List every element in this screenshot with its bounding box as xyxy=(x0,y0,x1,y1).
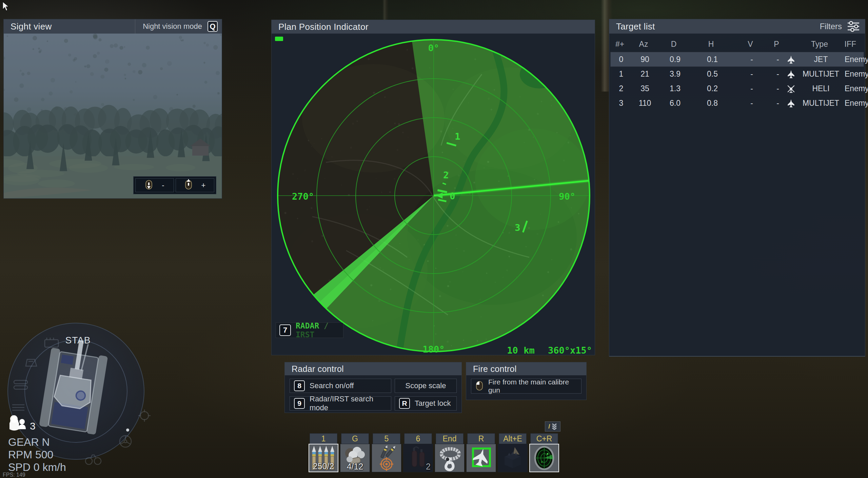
hotbar-slot-air-target-lock[interactable]: R xyxy=(466,433,496,472)
radar-control-button-radar-irst-search-mode[interactable]: 9Radar/IRST search mode xyxy=(290,396,391,411)
mouse-scroll-up-icon xyxy=(184,179,193,192)
radar-mode-button[interactable]: 7 RADAR / IRST xyxy=(276,322,343,338)
cell-h: 0.2 xyxy=(692,84,733,93)
cell-num: 1 xyxy=(611,69,632,79)
chevrons-down-icon xyxy=(552,423,557,430)
air-target-lock-icon xyxy=(466,444,496,472)
hotbar-slot-tow-hook[interactable]: End xyxy=(435,433,465,472)
key-badge: 9 xyxy=(294,398,305,409)
cell-type: MULTIJET xyxy=(797,69,845,79)
radar-scope-view: 0°90°180°270°10 km360°x15°0123 xyxy=(272,34,595,355)
cell-h: 0.1 xyxy=(692,55,733,64)
col-p: P xyxy=(769,40,784,49)
filters-button[interactable]: Filters xyxy=(820,21,865,32)
ppi-header: Plan Position Indicator xyxy=(272,20,595,34)
weapon-hotbar: 1250/2G4/12562EndRAlt+EC+R xyxy=(309,433,559,472)
cell-num: 0 xyxy=(611,55,632,64)
target-list-title: Target list xyxy=(616,21,655,32)
binoculars-icon xyxy=(84,453,102,468)
vehicle-telemetry: GEAR N RPM 500 SPD 0 km/h xyxy=(8,436,66,474)
filters-label: Filters xyxy=(820,22,842,31)
cell-d: 1.3 xyxy=(658,84,692,93)
cell-v: - xyxy=(733,84,771,93)
ammo-crate-icon xyxy=(498,444,528,472)
radar-control-title: Radar control xyxy=(292,364,344,374)
zoom-out-button[interactable]: - xyxy=(135,178,174,192)
extinguisher-icon: 2 xyxy=(403,444,433,472)
hotbar-slot-ap-shells[interactable]: 1250/2 xyxy=(309,433,338,472)
svg-text:0: 0 xyxy=(450,191,455,201)
night-vision-label: Night vision mode xyxy=(143,22,202,31)
target-row[interactable]: 2351.30.2--HELIEnemy xyxy=(611,81,864,96)
cell-iff: Enemy xyxy=(845,84,868,93)
col-h: H xyxy=(691,40,731,49)
cell-d: 0.9 xyxy=(658,55,692,64)
sight-view-panel: Sight view Night vision mode Q - + xyxy=(3,19,222,199)
target-row[interactable]: 31106.00.8--MULTIJETEnemy xyxy=(611,96,864,110)
cell-d: 6.0 xyxy=(658,99,692,108)
fps-counter: FPS: 149 xyxy=(3,472,25,478)
hotbar-key: End xyxy=(436,433,463,444)
sight-zoom-controls: - + xyxy=(133,176,216,194)
fire-main-gun-label: Fire from the main calibre gun xyxy=(488,378,577,394)
hotbar-slot-ammo-crate[interactable]: Alt+E xyxy=(498,433,528,472)
target-row[interactable]: 0900.90.1--JETEnemy xyxy=(611,52,864,66)
button-label: Scope scale xyxy=(406,381,446,390)
hotbar-collapse-hint: / xyxy=(548,423,550,430)
ammo-count: 2 xyxy=(403,462,431,472)
cell-p: - xyxy=(771,84,785,93)
cell-d: 3.9 xyxy=(658,69,692,79)
cell-num: 3 xyxy=(611,99,632,108)
hotbar-collapse-button[interactable]: / xyxy=(545,421,560,432)
hotbar-key: 5 xyxy=(373,433,400,444)
zoom-in-label: + xyxy=(201,181,206,190)
key-badge: R xyxy=(399,398,410,409)
ap-shells-icon: 250/2 xyxy=(309,444,338,472)
fire-control-panel: Fire control Fire from the main calibre … xyxy=(466,362,587,400)
heli-icon xyxy=(785,84,797,93)
cell-az: 90 xyxy=(632,55,658,64)
radar-control-button-target-lock[interactable]: RTarget lock xyxy=(395,396,457,411)
hotbar-key: Alt+E xyxy=(499,433,527,444)
background-tree-trunk xyxy=(382,0,389,20)
target-row[interactable]: 1213.90.5--MULTIJETEnemy xyxy=(611,67,864,81)
radar-control-panel: Radar control 8Search on/offScope scale9… xyxy=(284,362,462,413)
hotbar-slot-radar-scope[interactable]: C+R xyxy=(529,433,559,472)
cell-iff: Enemy xyxy=(845,55,868,64)
cell-iff: Enemy xyxy=(845,69,868,79)
radar-display: 0°90°180°270°10 km360°x15°0123 7 RADAR /… xyxy=(272,34,595,355)
hotbar-slot-smoke-grenade[interactable]: G4/12 xyxy=(340,433,370,472)
cell-num: 2 xyxy=(611,84,632,93)
hotbar-slot-rockets[interactable]: 5 xyxy=(372,433,401,472)
button-label: Search on/off xyxy=(310,381,354,390)
cell-h: 0.5 xyxy=(692,69,733,79)
crosshair-icon xyxy=(138,409,151,424)
hotbar-slot-extinguisher[interactable]: 62 xyxy=(403,433,433,472)
radar-control-button-scope-scale[interactable]: Scope scale xyxy=(395,379,457,393)
ppi-panel: Plan Position Indicator 0°90°180°270°10 … xyxy=(271,20,595,355)
radar-scan-label: 360°x15° xyxy=(548,345,592,355)
mouse-scroll-down-icon xyxy=(145,179,153,192)
status-dot xyxy=(126,429,129,432)
button-label: Target lock xyxy=(415,399,451,408)
hotbar-key: 6 xyxy=(404,433,432,444)
cell-type: MULTIJET xyxy=(797,99,845,108)
smoke-grenade-icon: 4/12 xyxy=(340,444,370,472)
target-list-header: Target list Filters xyxy=(609,19,865,34)
cell-az: 35 xyxy=(632,84,658,93)
game-screen: Sight view Night vision mode Q - + Plan … xyxy=(0,0,868,478)
transmission-icon xyxy=(24,357,38,370)
ammo-rack-icon xyxy=(11,403,26,414)
mouse-cursor xyxy=(2,1,9,12)
col-d: D xyxy=(657,40,691,49)
zoom-in-button[interactable]: + xyxy=(176,178,214,192)
cell-az: 21 xyxy=(632,69,658,79)
jet-icon xyxy=(785,69,797,79)
cell-p: - xyxy=(771,69,785,79)
cell-v: - xyxy=(733,55,771,64)
sight-view-header: Sight view Night vision mode Q xyxy=(4,19,222,34)
hotbar-key: R xyxy=(467,433,495,444)
radar-control-button-search-on-off[interactable]: 8Search on/off xyxy=(290,379,391,393)
night-vision-button[interactable]: Night vision mode Q xyxy=(135,19,222,34)
fire-main-gun-button[interactable]: Fire from the main calibre gun xyxy=(471,379,581,394)
